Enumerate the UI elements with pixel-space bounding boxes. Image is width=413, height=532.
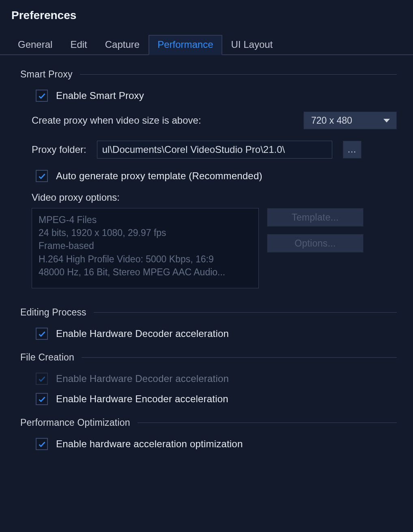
divider xyxy=(138,423,397,423)
tab-general[interactable]: General xyxy=(9,35,61,55)
input-proxy-folder[interactable]: ul\Documents\Corel VideoStudio Pro\21.0\ xyxy=(97,141,332,159)
label-filecreate-hw-encoder: Enable Hardware Encoder acceleration xyxy=(54,393,228,405)
section-title-smart-proxy: Smart Proxy xyxy=(20,69,73,80)
checkbox-enable-smart-proxy[interactable] xyxy=(36,90,48,102)
tab-performance[interactable]: Performance xyxy=(148,35,222,55)
label-editing-hw-decoder: Enable Hardware Decoder acceleration xyxy=(54,328,229,339)
row-create-proxy-when: Create proxy when video size is above: 7… xyxy=(20,112,397,129)
options-button[interactable]: Options... xyxy=(267,234,364,253)
divider xyxy=(80,74,397,75)
tabs-bar: General Edit Capture Performance UI Layo… xyxy=(0,34,413,55)
checkbox-editing-hw-decoder[interactable] xyxy=(36,328,48,340)
check-icon xyxy=(38,395,46,403)
divider xyxy=(94,312,397,313)
row-filecreate-hw-encoder: Enable Hardware Encoder acceleration xyxy=(20,393,397,405)
label-filecreate-hw-decoder: Enable Hardware Decoder acceleration xyxy=(54,373,229,384)
section-editing-process: Editing Process xyxy=(20,307,397,318)
row-auto-generate-template: Auto generate proxy template (Recommende… xyxy=(20,170,397,182)
page-title: Preferences xyxy=(0,0,413,34)
proxy-side-buttons: Template... Options... xyxy=(267,208,364,253)
checkbox-filecreate-hw-encoder[interactable] xyxy=(36,393,48,405)
section-file-creation: File Creation xyxy=(20,352,397,363)
tab-edit[interactable]: Edit xyxy=(61,35,96,55)
label-perf-hw-accel: Enable hardware acceleration optimizatio… xyxy=(54,438,243,450)
row-perf-hw-accel: Enable hardware acceleration optimizatio… xyxy=(20,438,397,450)
section-title-file-creation: File Creation xyxy=(20,352,74,363)
browse-button[interactable]: ... xyxy=(343,141,361,159)
check-icon xyxy=(38,440,46,448)
row-video-proxy-options-label: Video proxy options: xyxy=(20,192,397,203)
proxy-option-line: MPEG-4 Files xyxy=(39,213,252,226)
tab-ui-layout[interactable]: UI Layout xyxy=(222,35,282,55)
check-icon xyxy=(38,92,46,100)
row-proxy-folder: Proxy folder: ul\Documents\Corel VideoSt… xyxy=(20,141,397,159)
section-title-performance-optimization: Performance Optimization xyxy=(20,417,130,428)
label-enable-smart-proxy: Enable Smart Proxy xyxy=(54,90,144,101)
label-proxy-folder: Proxy folder: xyxy=(32,144,86,155)
proxy-option-line: 48000 Hz, 16 Bit, Stereo MPEG AAC Audio.… xyxy=(39,266,252,279)
chevron-down-icon xyxy=(383,119,390,122)
video-proxy-options-box: MPEG-4 Files 24 bits, 1920 x 1080, 29.97… xyxy=(32,208,259,288)
row-editing-hw-decoder: Enable Hardware Decoder acceleration xyxy=(20,328,397,340)
label-create-proxy-when: Create proxy when video size is above: xyxy=(32,115,201,126)
row-enable-smart-proxy: Enable Smart Proxy xyxy=(20,90,397,102)
checkbox-auto-generate-template[interactable] xyxy=(36,170,48,182)
select-proxy-size-value: 720 x 480 xyxy=(311,115,352,126)
row-filecreate-hw-decoder: Enable Hardware Decoder acceleration xyxy=(20,373,397,385)
label-video-proxy-options: Video proxy options: xyxy=(32,192,120,203)
proxy-option-line: H.264 High Profile Video: 5000 Kbps, 16:… xyxy=(39,253,252,266)
tab-panel-performance: Smart Proxy Enable Smart Proxy Create pr… xyxy=(0,55,413,450)
preferences-window: Preferences General Edit Capture Perform… xyxy=(0,0,413,532)
check-icon xyxy=(38,330,46,338)
section-title-editing-process: Editing Process xyxy=(20,307,86,318)
checkbox-filecreate-hw-decoder xyxy=(36,373,48,385)
divider xyxy=(82,357,397,358)
video-proxy-options-area: MPEG-4 Files 24 bits, 1920 x 1080, 29.97… xyxy=(20,208,397,288)
check-icon xyxy=(38,172,46,180)
section-smart-proxy: Smart Proxy xyxy=(20,69,397,80)
proxy-option-line: 24 bits, 1920 x 1080, 29.97 fps xyxy=(39,226,252,239)
proxy-option-line: Frame-based xyxy=(39,239,252,252)
check-icon xyxy=(38,375,46,383)
select-proxy-size[interactable]: 720 x 480 xyxy=(303,112,397,129)
tab-capture[interactable]: Capture xyxy=(96,35,148,55)
section-performance-optimization: Performance Optimization xyxy=(20,417,397,428)
template-button[interactable]: Template... xyxy=(267,208,364,227)
label-auto-generate-template: Auto generate proxy template (Recommende… xyxy=(54,170,262,182)
checkbox-perf-hw-accel[interactable] xyxy=(36,438,48,450)
